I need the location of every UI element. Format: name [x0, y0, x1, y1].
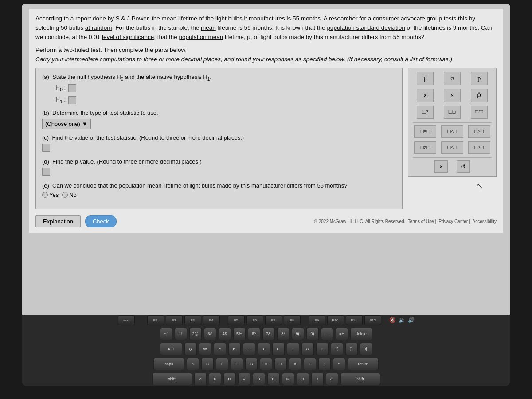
f7-key[interactable]: F7 [265, 315, 282, 325]
square-symbol-btn[interactable]: □2 [417, 106, 434, 119]
y-key[interactable]: Y [258, 343, 270, 355]
t-key[interactable]: T [243, 343, 255, 355]
d-key[interactable]: D [216, 358, 228, 370]
check-button[interactable]: Check [85, 215, 117, 227]
quote-key[interactable]: '" [333, 358, 345, 370]
period-key[interactable]: .> [311, 373, 324, 385]
lbracket-key[interactable]: [{ [331, 343, 343, 355]
xbar-symbol-btn[interactable]: x̄ [417, 89, 434, 102]
s-symbol-btn[interactable]: s [444, 89, 461, 102]
caps-key[interactable]: caps [153, 358, 184, 370]
vol-down-icon[interactable]: 🔉 [399, 317, 405, 323]
pop-mean-link[interactable]: population mean [179, 34, 223, 40]
mean-link[interactable]: mean [201, 24, 216, 31]
5-key[interactable]: 5% [233, 328, 246, 340]
i-key[interactable]: I [287, 343, 299, 355]
test-statistic-dropdown[interactable]: (Choose one) ▼ [42, 119, 91, 129]
backslash-key[interactable]: \| [360, 343, 372, 355]
equals-key[interactable]: =+ [336, 328, 348, 340]
vol-up-icon[interactable]: 🔊 [408, 317, 415, 323]
q-key[interactable]: Q [184, 343, 197, 355]
f2-key[interactable]: F2 [166, 315, 183, 325]
comma-key[interactable]: ,< [297, 373, 309, 385]
f4-key[interactable]: F4 [203, 315, 220, 325]
at-random-link[interactable]: at random [85, 24, 112, 31]
slash-key[interactable]: /? [326, 373, 338, 385]
semicolon-key[interactable]: ;: [318, 358, 331, 370]
yes-radio[interactable]: Yes [42, 192, 59, 198]
formulas-link[interactable]: list of formulas [410, 56, 449, 63]
vol-icon[interactable]: 🔇 [389, 317, 396, 323]
3-key[interactable]: 3# [204, 328, 216, 340]
8-key[interactable]: 8* [277, 328, 289, 340]
m-key[interactable]: M [282, 373, 294, 385]
mu-symbol-btn[interactable]: μ [417, 72, 434, 85]
f10-key[interactable]: F10 [327, 315, 344, 325]
los-link[interactable]: level of significance [102, 34, 154, 40]
1-key[interactable]: 1! [175, 328, 187, 340]
esc-key[interactable]: esc [118, 315, 135, 325]
no-radio[interactable]: No [62, 192, 77, 198]
n-key[interactable]: N [267, 373, 280, 385]
sigma-symbol-btn[interactable]: σ [444, 72, 461, 85]
0-key[interactable]: 0) [306, 328, 319, 340]
explanation-button[interactable]: Explanation [35, 215, 81, 227]
f11-key[interactable]: F11 [346, 315, 363, 325]
2-key[interactable]: 2@ [189, 328, 202, 340]
c-key[interactable]: C [223, 373, 236, 385]
p-symbol-btn[interactable]: p [471, 72, 488, 85]
subscript-symbol-btn[interactable]: □◻ [444, 106, 461, 119]
f1-key[interactable]: F1 [147, 315, 164, 325]
privacy-link[interactable]: Privacy Center [439, 219, 468, 224]
z-key[interactable]: Z [194, 373, 207, 385]
fraction-symbol-btn[interactable]: □/□ [471, 106, 488, 119]
lt-symbol-btn[interactable]: □<□ [441, 141, 463, 154]
s-key[interactable]: S [201, 358, 214, 370]
f-key[interactable]: F [231, 358, 243, 370]
g-key[interactable]: G [245, 358, 258, 370]
clear-symbol-btn[interactable]: × [434, 160, 448, 173]
4-key[interactable]: 4$ [219, 328, 231, 340]
eq-symbol-btn[interactable]: □=□ [414, 125, 436, 138]
f6-key[interactable]: F6 [246, 315, 263, 325]
lshift-key[interactable]: shift [152, 373, 192, 385]
two-tailed-link[interactable]: two-tailed test [63, 47, 100, 53]
undo-symbol-btn[interactable]: ↺ [457, 160, 470, 173]
p-value-input[interactable] [42, 168, 50, 176]
h0-input[interactable] [68, 84, 76, 92]
7-key[interactable]: 7& [262, 328, 275, 340]
k-key[interactable]: K [289, 358, 301, 370]
rshift-key[interactable]: shift [340, 373, 380, 385]
phat-symbol-btn[interactable]: p̂ [471, 89, 488, 102]
j-key[interactable]: J [274, 358, 287, 370]
h-key[interactable]: H [260, 358, 272, 370]
o-key[interactable]: O [301, 343, 314, 355]
h1-input[interactable] [68, 96, 76, 104]
tab-key[interactable]: tab [160, 343, 182, 355]
minus-key[interactable]: -_ [321, 328, 333, 340]
rbracket-key[interactable]: ]} [345, 343, 358, 355]
pop-std-link[interactable]: population standard deviation [327, 24, 405, 31]
leq-symbol-btn[interactable]: □≤□ [441, 125, 463, 138]
f3-key[interactable]: F3 [184, 315, 201, 325]
geq-symbol-btn[interactable]: □≥□ [468, 125, 490, 138]
test-statistic-input[interactable] [42, 144, 50, 152]
6-key[interactable]: 6^ [248, 328, 260, 340]
f5-key[interactable]: F5 [228, 315, 245, 325]
f12-key[interactable]: F12 [364, 315, 381, 325]
x-key[interactable]: X [209, 373, 221, 385]
p-key[interactable]: P [316, 343, 329, 355]
tilde-key[interactable]: ~` [160, 328, 172, 340]
u-key[interactable]: U [272, 343, 285, 355]
r-key[interactable]: R [228, 343, 241, 355]
l-key[interactable]: L [304, 358, 316, 370]
f9-key[interactable]: F9 [309, 315, 325, 325]
delete-key[interactable]: delete [350, 328, 372, 340]
accessibility-link[interactable]: Accessibility [473, 219, 497, 224]
terms-link[interactable]: Terms of Use [408, 219, 434, 224]
w-key[interactable]: W [199, 343, 211, 355]
neq-symbol-btn[interactable]: □≠□ [414, 141, 436, 154]
f8-key[interactable]: F8 [284, 315, 301, 325]
9-key[interactable]: 9( [292, 328, 304, 340]
return-key[interactable]: return [348, 358, 379, 370]
